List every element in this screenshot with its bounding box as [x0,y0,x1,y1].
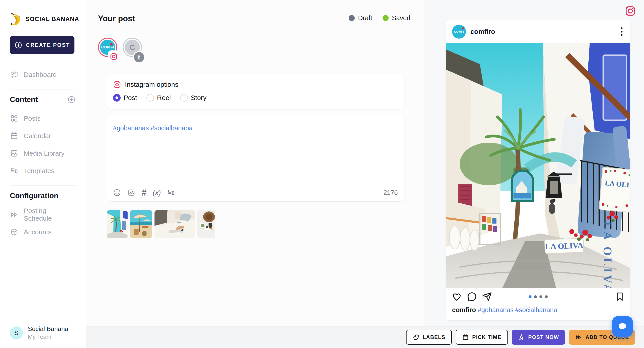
sidebar-item-posting-schedule[interactable]: Posting Schedule [0,206,86,223]
svg-text:LA OLIVA: LA OLIVA [601,222,614,288]
radio-story[interactable]: Story [180,94,206,102]
sidebar-item-label: Accounts [24,228,51,236]
carousel-dot [534,295,537,298]
cube-icon [10,228,18,236]
hashtag-icon[interactable]: # [142,188,146,197]
calendar-icon [462,334,469,340]
fast-forward-icon [575,334,582,341]
emoji-icon[interactable] [113,188,121,197]
sidebar-item-calendar[interactable]: Calendar [0,127,86,145]
bookmark-icon[interactable] [615,292,625,302]
radio-reel[interactable]: Reel [146,94,171,102]
sidebar-item-label: Media Library [24,150,64,157]
tag-icon [412,334,419,340]
banana-logo-icon [10,12,22,26]
preview-tab-instagram-icon[interactable] [625,6,636,16]
carousel-dot-active [529,295,532,298]
caption-editor[interactable]: #gobananas #socialbanana # (x) [107,115,405,202]
sidebar-item-label: Dashboard [24,71,57,78]
plus-circle-icon [14,41,22,49]
preview-caption: comfiro #gobananas #socialbanana [446,306,630,320]
send-icon [518,334,525,341]
saved-dot [382,15,388,21]
grid-icon [10,114,18,123]
fast-forward-icon [10,210,18,219]
preview-panel: COMFI comfiro [424,0,644,348]
sidebar-item-label: Posting Schedule [24,207,76,222]
preview-username: comfiro [470,28,495,36]
template-icon[interactable] [167,188,175,197]
user-name: Social Banana [28,325,68,332]
post-now-button[interactable]: POST NOW [512,330,565,345]
comment-icon[interactable] [467,292,477,302]
avatar: COMFI [452,25,466,38]
brand-name: SOCIAL BANANA [26,16,79,23]
radio-selected-icon [113,94,121,102]
like-icon[interactable] [452,292,462,302]
chat-widget-button[interactable] [612,316,633,337]
brand-logo: SOCIAL BANANA [0,0,86,26]
sidebar-item-dashboard[interactable]: Dashboard [0,66,86,84]
radio-post[interactable]: Post [113,94,137,102]
media-thumbnails [107,210,410,238]
character-count: 2176 [383,189,398,196]
radio-unselected-icon [146,94,154,102]
thumbnail-street[interactable] [107,210,128,238]
add-content-icon[interactable] [67,95,76,104]
radio-unselected-icon [180,94,188,102]
page-title: Your post [98,14,135,23]
share-icon[interactable] [482,292,492,302]
user-team: My Team [28,334,68,340]
image-icon[interactable] [127,188,136,197]
caption-input[interactable]: #gobananas #socialbanana [113,124,399,133]
account-facebook[interactable]: C f [123,38,142,57]
labels-button[interactable]: LABELS [406,330,452,345]
workspace-user[interactable]: S Social Banana My Team [10,325,68,340]
avatar: S [10,326,23,340]
sidebar-item-label: Calendar [24,132,51,140]
chat-bubble-icon [617,321,628,332]
composer-main: Your post Draft Saved COMFI [86,0,424,326]
instagram-badge-icon [108,51,119,62]
calendar-icon [10,132,18,140]
sidebar-item-label: Templates [24,167,54,175]
editor-toolbar: # (x) 2176 [113,188,398,197]
sidebar-item-accounts[interactable]: Accounts [0,223,86,241]
image-icon [10,149,18,158]
action-bar: LABELS PICK TIME POST NOW ADD TO QUEUE [86,326,644,348]
dashboard-icon [10,70,18,79]
draft-status: Draft [349,14,372,22]
account-instagram-comfiro[interactable]: COMFI [98,38,117,57]
svg-text:LA OLIVA: LA OLIVA [545,241,584,251]
saved-status: Saved [382,14,410,22]
instagram-options-card: Instagram options Post Reel Story [107,74,405,110]
layout-icon [10,166,18,175]
more-options-icon[interactable] [619,26,624,38]
configuration-section-heading: Configuration [0,192,86,200]
create-post-button[interactable]: CREATE POST [10,36,74,54]
pick-time-button[interactable]: PICK TIME [456,330,508,345]
post-photo: LA OLIVA LA OLI LA OLIVA [446,43,630,288]
thumbnail-beach[interactable] [130,210,152,238]
instagram-preview-card: COMFI comfiro [446,20,630,321]
carousel-dot [540,295,542,298]
thumbnail-flatlay[interactable] [197,210,215,238]
sidebar-item-posts[interactable]: Posts [0,110,86,127]
sidebar-item-media-library[interactable]: Media Library [0,145,86,162]
instagram-options-title: Instagram options [125,81,178,88]
heart-accent [462,27,464,29]
instagram-icon [113,80,121,88]
sidebar-item-templates[interactable]: Templates [0,162,86,180]
carousel-dots [529,295,548,298]
carousel-dot [545,295,548,298]
facebook-badge-icon: f [134,52,144,62]
divider [10,186,76,186]
thumbnail-desk[interactable] [154,210,195,238]
status-legend: Draft Saved [349,14,410,22]
variable-icon[interactable]: (x) [153,189,161,196]
content-section-heading: Content [0,95,86,104]
account-selector: COMFI C f [98,38,410,57]
sidebar-item-label: Posts [24,114,40,122]
draft-dot [349,15,355,21]
sidebar: SOCIAL BANANA CREATE POST Dashboard Cont… [0,0,86,348]
